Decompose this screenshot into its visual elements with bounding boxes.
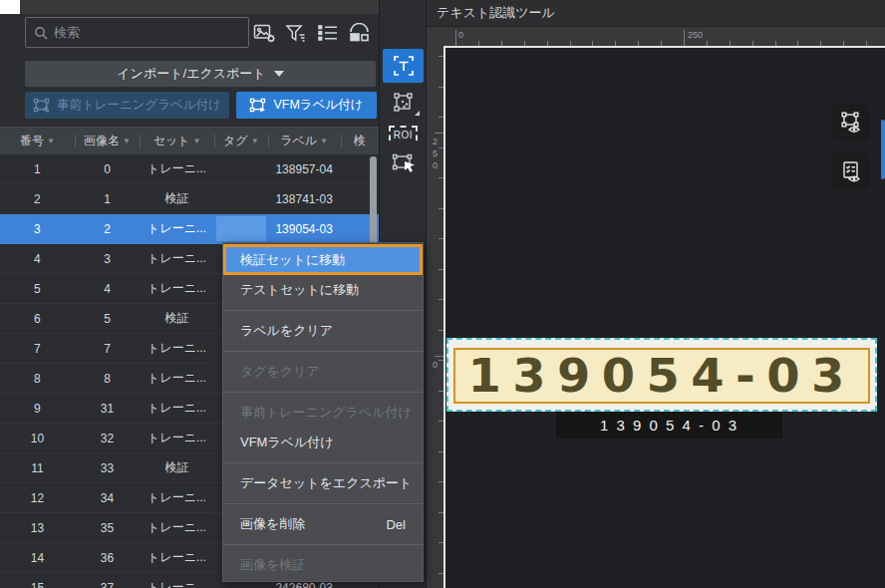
cell-image-name: 37 <box>75 573 140 588</box>
sort-caret-icon: ▼ <box>192 138 200 146</box>
cell-set-text: トレーニ... <box>148 430 206 446</box>
cell-image-name: 8 <box>75 364 140 393</box>
menu-item[interactable]: データセットをエクスポート <box>223 468 423 498</box>
search-input[interactable] <box>54 25 240 40</box>
column-header-6[interactable]: 検 <box>341 128 379 154</box>
cell-set: トレーニ... <box>140 483 214 512</box>
context-menu: 検証セットに移動テストセットに移動ラベルをクリアタグをクリア事前トレーニングラベ… <box>222 242 424 582</box>
view-toggle-icon[interactable] <box>346 20 373 47</box>
column-header-5[interactable]: ラベル▼ <box>268 128 341 154</box>
cell-set: トレーニ... <box>140 334 214 363</box>
menu-item-label: ラベルをクリア <box>240 322 333 340</box>
page-title: テキスト認識ツール <box>437 4 555 22</box>
menu-item[interactable]: テストセットに移動 <box>223 275 423 305</box>
label-list-visibility-button[interactable] <box>832 152 870 190</box>
cell-set: 検証 <box>140 184 214 213</box>
list-view-icon[interactable] <box>314 20 341 47</box>
right-panel-titlebar: テキスト認識ツール <box>427 0 885 27</box>
menu-item[interactable]: 画像を削除Del <box>223 509 423 539</box>
cell-no: 10 <box>0 424 75 452</box>
polygon-tool-button[interactable] <box>383 86 424 120</box>
pretrain-label-icon <box>33 98 50 113</box>
polygon-tool-icon <box>392 91 416 115</box>
column-header-4[interactable]: タグ▼ <box>214 128 268 154</box>
cell-image-name-text: 2 <box>104 222 111 236</box>
table-row[interactable]: 10トレーニ...138957-04 <box>0 154 379 184</box>
canvas-scrollbar-thumb[interactable] <box>881 120 885 179</box>
cell-tag <box>214 184 268 213</box>
cell-set: トレーニ... <box>140 214 214 243</box>
cell-set-text: トレーニ... <box>148 250 206 267</box>
menu-item[interactable]: タグをクリア <box>223 357 423 387</box>
ruler-tick <box>684 30 685 46</box>
cell-no-text: 8 <box>34 372 41 386</box>
menu-item-label: テストセットに移動 <box>240 281 359 299</box>
cell-no-text: 5 <box>34 282 41 296</box>
select-tool-button[interactable] <box>383 146 424 179</box>
ruler-label: 250 <box>688 30 703 40</box>
annotation-visibility-button[interactable] <box>832 104 870 142</box>
cell-set: 検証 <box>140 453 214 482</box>
column-header-label: 番号 <box>20 133 44 149</box>
detected-text: 139054-03 <box>467 349 855 403</box>
vfm-label-button[interactable]: VFMラベル付け <box>236 92 377 119</box>
image-canvas[interactable]: 139054-03 1 3 9 0 5 4 - 0 3 <box>443 46 885 588</box>
menu-item[interactable]: 検証セットに移動 <box>223 244 423 275</box>
table-row[interactable]: 32トレーニ...139054-03 <box>0 214 379 244</box>
column-header-3[interactable]: セット▼ <box>140 128 214 154</box>
label-list-visibility-icon <box>839 159 863 183</box>
cell-no-text: 4 <box>34 252 41 266</box>
ruler-tick <box>455 30 456 46</box>
menu-item-label: データセットをエクスポート <box>240 474 412 492</box>
column-header-2[interactable]: 画像名▼ <box>75 128 140 154</box>
annotation-visibility-icon <box>839 111 863 135</box>
cell-set: 検証 <box>140 304 214 333</box>
cell-image-name: 2 <box>75 214 140 243</box>
menu-item[interactable]: VFMラベル付け <box>223 428 423 457</box>
text-annotation-box[interactable]: 139054-03 <box>453 348 870 404</box>
search-input-wrap <box>25 17 249 48</box>
cell-label-text: 139054-03 <box>275 222 332 236</box>
filter-icon[interactable] <box>283 20 310 47</box>
sort-caret-icon: ▼ <box>251 138 259 146</box>
cell-no: 14 <box>0 543 75 572</box>
cell-image-name: 1 <box>75 184 140 213</box>
text-region-tool-button[interactable] <box>383 49 424 83</box>
menu-item[interactable]: ラベルをクリア <box>223 316 423 346</box>
column-header-1[interactable]: 番号▼ <box>0 128 75 154</box>
image-selection-rect[interactable]: 139054-03 <box>446 338 877 412</box>
cell-image-name: 35 <box>75 513 140 542</box>
menu-item[interactable]: 画像を検証 <box>223 550 423 580</box>
cell-image-name: 3 <box>75 244 140 273</box>
menu-item-label: 画像を検証 <box>240 556 305 574</box>
cell-image-name-text: 7 <box>104 342 111 356</box>
cell-no: 4 <box>0 244 75 273</box>
recognition-result-tooltip: 1 3 9 0 5 4 - 0 3 <box>556 412 782 439</box>
cell-image-name-text: 3 <box>104 252 111 266</box>
image-settings-icon[interactable] <box>251 20 278 47</box>
cell-no: 7 <box>0 334 75 363</box>
menu-item-label: タグをクリア <box>240 363 320 381</box>
cell-image-name-text: 32 <box>101 432 114 445</box>
cell-set: トレーニ... <box>140 573 214 588</box>
cell-tag <box>214 214 268 243</box>
pretrain-label-button[interactable]: 事前トレーニングラベル付け <box>25 92 229 119</box>
table-row[interactable]: 21検証138741-03 <box>0 184 379 214</box>
cell-no-text: 11 <box>31 461 43 475</box>
import-export-button[interactable]: インポート/エクスポート <box>25 61 376 87</box>
cell-no: 6 <box>0 304 75 333</box>
menu-item[interactable]: 事前トレーニングラベル付け <box>223 398 423 428</box>
cell-image-name: 34 <box>75 483 140 512</box>
cell-set: トレーニ... <box>140 244 214 273</box>
cell-set-text: トレーニ... <box>148 519 206 536</box>
cell-set-text: トレーニ... <box>148 160 206 177</box>
roi-tool-button[interactable]: ROI <box>383 116 424 149</box>
image-left-edge <box>443 46 445 588</box>
cell-no: 9 <box>0 394 75 423</box>
cell-label: 139054-03 <box>268 214 341 243</box>
table-scrollbar-thumb[interactable] <box>370 156 377 252</box>
column-header-label: 検 <box>354 133 366 149</box>
sort-caret-icon: ▼ <box>123 138 131 146</box>
cell-set-text: トレーニ... <box>148 579 206 588</box>
vfm-label-text: VFMラベル付け <box>273 97 363 114</box>
